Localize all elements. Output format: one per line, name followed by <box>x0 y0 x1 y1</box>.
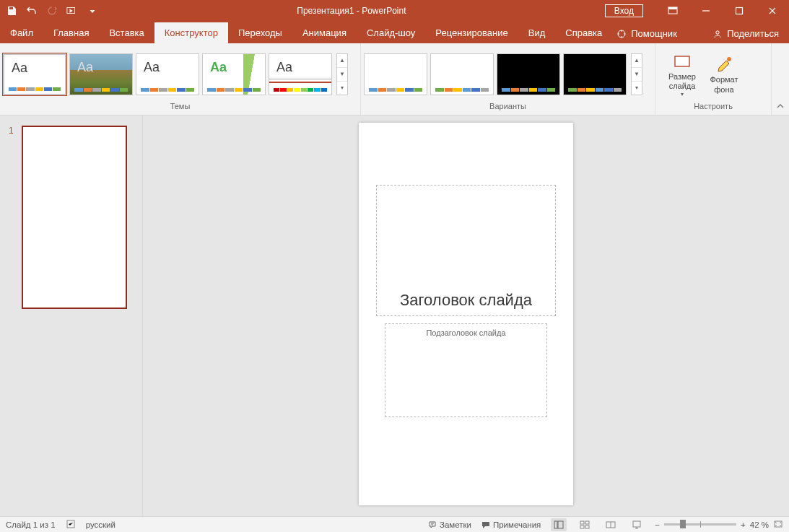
qat-customize-icon[interactable] <box>87 5 98 17</box>
fit-to-window-icon[interactable] <box>773 520 783 530</box>
svg-rect-11 <box>580 521 584 524</box>
gallery-down-icon[interactable]: ▼ <box>337 68 347 82</box>
zoom-slider[interactable] <box>664 523 736 526</box>
variants-gallery: ▲ ▼ ▾ <box>364 53 642 95</box>
format-background-button[interactable]: Формат фона <box>706 53 742 94</box>
ribbon-tabs: Файл Главная Вставка Конструктор Переход… <box>0 22 789 43</box>
title-placeholder[interactable]: Заголовок слайда <box>376 185 556 316</box>
slide-size-button[interactable]: Размер слайда ▾ <box>664 51 700 98</box>
tab-slideshow[interactable]: Слайд-шоу <box>357 22 425 43</box>
tab-view[interactable]: Вид <box>518 22 556 43</box>
window-title: Презентация1 - PowerPoint <box>98 6 605 16</box>
title-bar: Презентация1 - PowerPoint Вход <box>0 0 789 22</box>
reading-view-icon[interactable] <box>603 518 619 531</box>
tab-insert[interactable]: Вставка <box>99 22 154 43</box>
variant-thumb[interactable] <box>364 53 427 95</box>
slide-canvas[interactable]: Заголовок слайда Подзаголовок слайда <box>143 115 789 516</box>
maximize-button[interactable] <box>723 0 756 22</box>
save-icon[interactable] <box>6 5 17 17</box>
zoom-controls: − + 42 % <box>655 520 783 530</box>
tab-home[interactable]: Главная <box>43 22 99 43</box>
svg-rect-14 <box>585 526 589 528</box>
svg-rect-13 <box>580 526 584 528</box>
share-button[interactable]: Поделиться <box>708 28 789 43</box>
tab-review[interactable]: Рецензирование <box>425 22 518 43</box>
themes-gallery: Aa Aa Aa Aa Aa ▲ ▼ ▾ <box>3 53 348 95</box>
variants-gallery-scroll: ▲ ▼ ▾ <box>631 53 642 95</box>
gallery-up-icon[interactable]: ▲ <box>632 54 642 68</box>
normal-view-icon[interactable] <box>551 518 567 531</box>
zoom-in-button[interactable]: + <box>741 520 746 529</box>
language-indicator[interactable]: русский <box>86 520 115 529</box>
spell-check-icon[interactable] <box>66 519 76 531</box>
slide-sorter-view-icon[interactable] <box>577 518 593 531</box>
slide-counter[interactable]: Слайд 1 из 1 <box>6 520 56 529</box>
tab-help[interactable]: Справка <box>555 22 612 43</box>
zoom-out-button[interactable]: − <box>655 520 660 529</box>
svg-point-7 <box>727 57 731 61</box>
svg-rect-2 <box>668 7 677 9</box>
theme-thumb[interactable]: Aa <box>202 53 266 95</box>
zoom-value[interactable]: 42 % <box>750 520 769 529</box>
slide-thumbnail[interactable] <box>22 126 127 309</box>
format-background-icon <box>715 55 733 74</box>
svg-rect-6 <box>675 56 689 66</box>
group-variants: ▲ ▼ ▾ Варианты <box>361 43 655 115</box>
comments-button[interactable]: Примечания <box>481 520 541 529</box>
group-label: Настроить <box>658 102 768 113</box>
quick-access-toolbar <box>0 5 98 17</box>
zoom-slider-thumb[interactable] <box>680 520 686 528</box>
gallery-more-icon[interactable]: ▾ <box>337 82 347 95</box>
workspace: 1 Заголовок слайда Подзаголовок слайда <box>0 115 789 516</box>
notes-button[interactable]: Заметки <box>428 520 471 529</box>
themes-gallery-scroll: ▲ ▼ ▾ <box>336 53 348 95</box>
ribbon: Aa Aa Aa Aa Aa ▲ ▼ ▾ Темы ▲ <box>0 43 789 115</box>
svg-rect-12 <box>585 521 589 524</box>
collapse-ribbon-icon[interactable] <box>772 43 789 115</box>
redo-icon[interactable] <box>46 5 58 17</box>
gallery-up-icon[interactable]: ▲ <box>337 54 347 68</box>
svg-rect-3 <box>736 8 743 14</box>
slide-number: 1 <box>9 126 16 309</box>
tell-me-label: Помощник <box>631 28 677 39</box>
theme-thumb[interactable]: Aa <box>3 53 66 95</box>
gallery-down-icon[interactable]: ▼ <box>632 68 642 82</box>
group-customize: Размер слайда ▾ Формат фона Настроить <box>655 43 772 115</box>
sign-in-button[interactable]: Вход <box>605 4 643 17</box>
slideshow-view-icon[interactable] <box>629 518 645 531</box>
svg-rect-9 <box>554 521 557 528</box>
svg-rect-10 <box>558 521 563 528</box>
minimize-button[interactable] <box>689 0 723 22</box>
theme-thumb[interactable]: Aa <box>269 53 332 95</box>
variant-thumb[interactable] <box>563 53 627 95</box>
variant-thumb[interactable] <box>497 53 560 95</box>
status-bar: Слайд 1 из 1 русский Заметки Примечания … <box>0 516 789 532</box>
undo-icon[interactable] <box>26 5 38 17</box>
ribbon-display-options-icon[interactable] <box>656 0 689 22</box>
variant-thumb[interactable] <box>430 53 494 95</box>
slide-size-icon <box>673 52 692 71</box>
tab-design[interactable]: Конструктор <box>154 22 228 43</box>
svg-point-5 <box>716 30 719 33</box>
start-from-beginning-icon[interactable] <box>66 5 78 17</box>
tab-transitions[interactable]: Переходы <box>228 22 292 43</box>
window-controls: Вход <box>605 0 789 22</box>
tab-animations[interactable]: Анимация <box>292 22 357 43</box>
group-label: Варианты <box>364 102 652 113</box>
theme-thumb[interactable]: Aa <box>136 53 199 95</box>
slide-thumbnails-panel[interactable]: 1 <box>0 115 143 516</box>
group-label: Темы <box>3 102 357 113</box>
theme-thumb[interactable]: Aa <box>69 53 133 95</box>
tell-me[interactable]: Помощник <box>612 28 687 43</box>
group-themes: Aa Aa Aa Aa Aa ▲ ▼ ▾ Темы <box>0 43 361 115</box>
share-label: Поделиться <box>727 28 779 39</box>
close-button[interactable] <box>756 0 789 22</box>
slide-thumbnail-row: 1 <box>9 126 134 309</box>
slide-page[interactable]: Заголовок слайда Подзаголовок слайда <box>359 123 573 505</box>
svg-rect-16 <box>633 521 640 527</box>
tab-file[interactable]: Файл <box>0 22 43 43</box>
subtitle-placeholder[interactable]: Подзаголовок слайда <box>385 323 547 417</box>
gallery-more-icon[interactable]: ▾ <box>632 82 642 95</box>
